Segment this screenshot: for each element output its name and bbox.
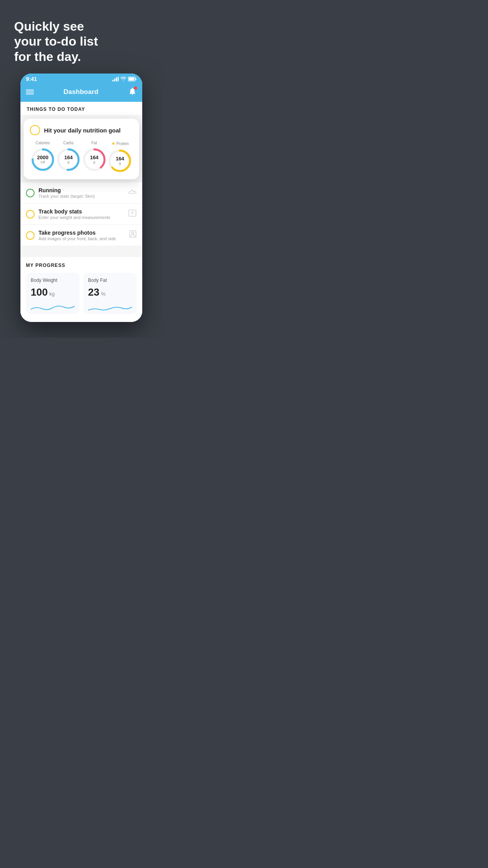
carbs-unit: g [64, 160, 73, 164]
todo-body-stats[interactable]: Track body stats Enter your weight and m… [20, 204, 142, 225]
todo-list: Running Track your stats (target: 5km) T… [20, 182, 142, 246]
progress-cards: Body Weight 100 kg Body Fat [26, 273, 137, 314]
phone-content: THINGS TO DO TODAY Hit your daily nutrit… [20, 102, 142, 322]
svg-rect-2 [116, 77, 117, 81]
protein-value: 164 [116, 156, 124, 162]
fat-label: Fat [82, 141, 106, 145]
running-subtitle: Track your stats (target: 5km) [39, 194, 124, 199]
todo-photos[interactable]: Take progress photos Add images of your … [20, 225, 142, 246]
wifi-icon [120, 77, 127, 81]
photos-title: Take progress photos [39, 230, 125, 236]
svg-rect-6 [129, 78, 134, 81]
body-fat-value-row: 23 % [88, 286, 132, 298]
body-weight-title: Body Weight [31, 278, 75, 283]
body-weight-value-row: 100 kg [31, 286, 75, 298]
headline-line2: your to-do list [14, 34, 149, 49]
hamburger-button[interactable] [26, 90, 34, 94]
body-fat-unit: % [101, 291, 106, 297]
protein-label: ★Protein [108, 141, 132, 146]
body-fat-title: Body Fat [88, 278, 132, 283]
svg-rect-3 [118, 77, 119, 81]
nutrition-checkbox[interactable] [30, 125, 40, 135]
svg-rect-1 [114, 79, 116, 81]
calories-label: Calories [31, 141, 55, 145]
photos-text: Take progress photos Add images of your … [39, 230, 125, 241]
fat-value: 164 [90, 155, 99, 160]
running-title: Running [39, 187, 124, 193]
running-checkbox[interactable] [26, 189, 35, 197]
todo-running[interactable]: Running Track your stats (target: 5km) [20, 182, 142, 204]
carbs-value: 164 [64, 155, 73, 160]
spacer [20, 246, 142, 254]
body-fat-wave [88, 302, 132, 314]
running-text: Running Track your stats (target: 5km) [39, 187, 124, 199]
body-weight-unit: kg [49, 291, 55, 297]
svg-rect-5 [136, 78, 137, 80]
notification-button[interactable] [128, 87, 137, 97]
svg-point-19 [132, 232, 134, 234]
nutrition-title-row: Hit your daily nutrition goal [30, 125, 133, 135]
carbs-chart: 164 g [56, 147, 81, 172]
things-today-header: THINGS TO DO TODAY [20, 102, 142, 116]
headline: Quickly see your to-do list for the day. [0, 0, 163, 74]
person-icon [129, 230, 137, 241]
page-wrapper: Quickly see your to-do list for the day.… [0, 0, 163, 338]
signal-icon [112, 77, 119, 81]
bottom-padding [20, 314, 142, 322]
svg-rect-0 [112, 80, 114, 81]
headline-line3: for the day. [14, 49, 149, 64]
body-stats-checkbox[interactable] [26, 210, 35, 219]
headline-line1: Quickly see [14, 19, 149, 34]
protein-item: ★Protein 164 g [108, 141, 132, 173]
carbs-item: Carbs 164 g [56, 141, 81, 172]
calories-unit: cal [37, 160, 48, 164]
body-weight-value: 100 [31, 286, 48, 298]
fat-chart: 164 g [82, 147, 106, 172]
body-stats-subtitle: Enter your weight and measurements [39, 215, 124, 220]
progress-section: MY PROGRESS Body Weight 100 kg [20, 257, 142, 314]
body-fat-value: 23 [88, 286, 99, 298]
phone-mockup: 9:41 [20, 74, 142, 322]
status-time: 9:41 [26, 76, 37, 82]
nutrition-card-title: Hit your daily nutrition goal [44, 127, 121, 134]
fat-unit: g [90, 160, 99, 164]
calories-value: 2000 [37, 155, 48, 160]
status-bar: 9:41 [20, 74, 142, 84]
body-stats-title: Track body stats [39, 208, 124, 215]
star-icon: ★ [111, 141, 116, 146]
carbs-label: Carbs [56, 141, 81, 145]
bottom-space [0, 322, 163, 338]
calories-item: Calories 2000 cal [31, 141, 55, 172]
photos-checkbox[interactable] [26, 231, 35, 240]
shoe-icon [128, 188, 137, 197]
battery-icon [128, 77, 137, 81]
calories-chart: 2000 cal [31, 147, 55, 172]
svg-rect-15 [129, 210, 136, 216]
nav-title: Dashboard [64, 88, 99, 96]
body-weight-wave [31, 302, 75, 314]
protein-chart: 164 g [108, 149, 132, 173]
status-icons [112, 77, 137, 81]
nav-bar: Dashboard [20, 84, 142, 102]
progress-header: MY PROGRESS [26, 263, 137, 268]
body-stats-text: Track body stats Enter your weight and m… [39, 208, 124, 220]
nutrition-card[interactable]: Hit your daily nutrition goal Calories [24, 119, 139, 179]
nutrition-circles: Calories 2000 cal [30, 141, 133, 173]
scale-icon [128, 209, 137, 219]
photos-subtitle: Add images of your front, back, and side [39, 236, 125, 241]
protein-unit: g [116, 162, 124, 166]
body-weight-card[interactable]: Body Weight 100 kg [26, 273, 79, 314]
body-fat-card[interactable]: Body Fat 23 % [83, 273, 137, 314]
fat-item: Fat 164 g [82, 141, 106, 172]
